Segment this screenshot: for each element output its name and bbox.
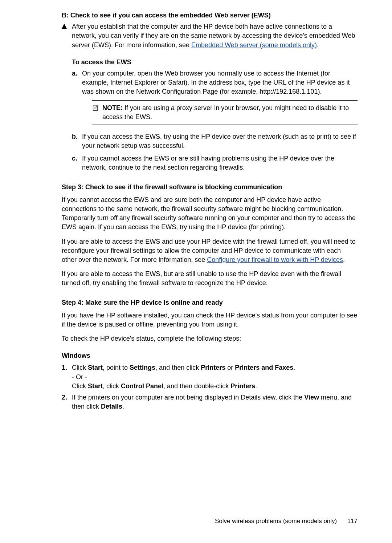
section-b-item: After you establish that the computer an… — [62, 22, 358, 50]
page-footer: Solve wireless problems (some models onl… — [215, 517, 358, 526]
section-b-body: After you establish that the computer an… — [72, 22, 358, 50]
windows-item-1-line1: Click Start, point to Settings, and then… — [72, 363, 358, 372]
section-b-heading: B: Check to see if you can access the em… — [62, 11, 358, 20]
note-text: NOTE: If you are using a proxy server in… — [102, 104, 358, 122]
marker-c: c. — [72, 154, 82, 172]
marker-2: 2. — [62, 393, 72, 411]
access-ews-c-text: If you cannot access the EWS or are stil… — [82, 154, 358, 172]
step3-heading: Step 3: Check to see if the firewall sof… — [62, 183, 358, 192]
footer-text: Solve wireless problems (some models onl… — [215, 518, 337, 524]
access-ews-c: c. If you cannot access the EWS or are s… — [72, 154, 358, 172]
marker-b: b. — [72, 132, 82, 150]
step3-p3: If you are able to access the EWS, but a… — [62, 270, 358, 288]
step4-p1: If you have the HP software installed, y… — [62, 311, 358, 329]
marker-a: a. — [72, 69, 82, 129]
triangle-icon — [62, 22, 72, 50]
windows-item-1: 1. Click Start, point to Settings, and t… — [62, 363, 358, 391]
access-ews-b-text: If you can access the EWS, try using the… — [82, 132, 358, 150]
access-ews-list: a. On your computer, open the Web browse… — [72, 69, 358, 173]
windows-or: - Or - — [72, 373, 358, 382]
access-ews-a-text: On your computer, open the Web browser y… — [82, 69, 358, 97]
step3-p2-text-2: . — [343, 256, 345, 263]
windows-item-2-text: If the printers on your computer are not… — [72, 393, 358, 411]
marker-1: 1. — [62, 363, 72, 391]
svg-marker-0 — [62, 24, 67, 29]
windows-list: 1. Click Start, point to Settings, and t… — [62, 363, 358, 411]
windows-item-2: 2. If the printers on your computer are … — [62, 393, 358, 411]
step4-p2: To check the HP device's status, complet… — [62, 334, 358, 343]
svg-rect-1 — [93, 106, 98, 110]
configure-firewall-link[interactable]: Configure your firewall to work with HP … — [207, 256, 343, 263]
ews-link[interactable]: Embedded Web server (some models only) — [191, 41, 317, 49]
note-icon — [92, 104, 102, 114]
note-box: NOTE: If you are using a proxy server in… — [92, 100, 358, 125]
access-ews-b: b. If you can access the EWS, try using … — [72, 132, 358, 150]
access-ews-heading: To access the EWS — [72, 58, 358, 67]
step3-p1: If you cannot access the EWS and are sur… — [62, 195, 358, 232]
note-body: If you are using a proxy server in your … — [102, 104, 349, 121]
note-label: NOTE: — [102, 104, 123, 112]
access-ews-a: a. On your computer, open the Web browse… — [72, 69, 358, 129]
step4-heading: Step 4: Make sure the HP device is onlin… — [62, 298, 358, 307]
section-b-text-2: . — [317, 41, 319, 49]
step3-p2: If you are able to access the EWS and us… — [62, 237, 358, 265]
footer-page: 117 — [347, 518, 358, 524]
windows-heading: Windows — [62, 351, 358, 360]
windows-item-1-line2: Click Start, click Control Panel, and th… — [72, 382, 358, 391]
